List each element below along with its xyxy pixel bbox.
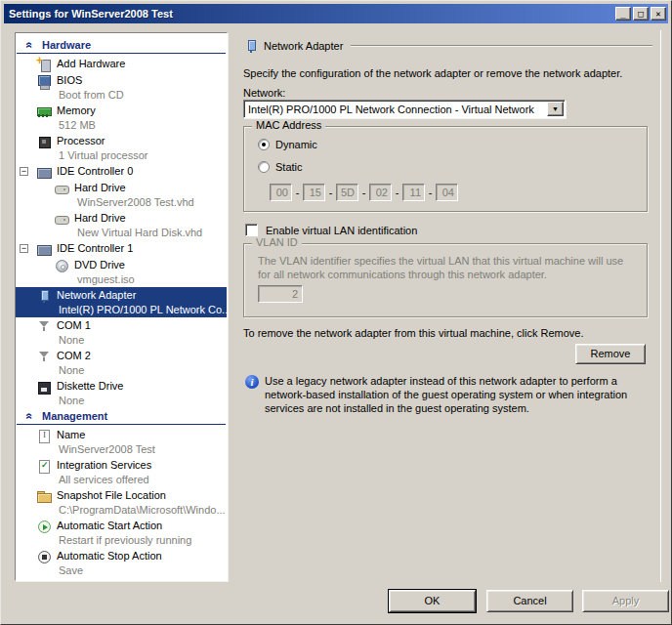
titlebar[interactable]: Settings for WinServer2008 Test _ □ ✕ [4, 4, 668, 23]
ide-controller-icon [36, 164, 52, 180]
dvd-drive-icon [54, 258, 69, 273]
item-sublabel: None [16, 334, 227, 348]
sidebar-item-ide-controller-1[interactable]: −IDE Controller 1 [16, 240, 227, 257]
sidebar-item-hard-drive[interactable]: Hard DriveWinServer2008 Test.vhd [16, 180, 227, 210]
item-sublabel: 512 MB [16, 119, 227, 133]
memory-icon [36, 104, 52, 119]
item-label: DVD Drive [74, 258, 125, 272]
mac-separator: - [358, 187, 369, 198]
item-label: Automatic Stop Action [57, 549, 162, 563]
window-title: Settings for WinServer2008 Test [9, 8, 613, 20]
integration-services-icon [36, 458, 52, 474]
section-header-hardware[interactable]: «Hardware [17, 37, 226, 54]
sidebar-item-ide-controller-0[interactable]: −IDE Controller 0 [16, 163, 227, 180]
ide-controller-icon [36, 241, 52, 257]
sidebar-item-network-adapter[interactable]: Network AdapterIntel(R) PRO/1000 PL Netw… [16, 287, 227, 317]
item-sublabel: WinServer2008 Test [16, 443, 227, 457]
main-panel: Network Adapter Specify the configuratio… [235, 30, 661, 582]
ok-button[interactable]: OK [389, 590, 476, 612]
vlan-checkbox-label: Enable virtual LAN identification [266, 225, 417, 236]
item-label: Automatic Start Action [57, 519, 162, 533]
dynamic-radio[interactable] [258, 139, 270, 150]
name-icon [36, 428, 52, 443]
item-label: Integration Services [57, 458, 151, 473]
mac-address-group-label: MAC Address [252, 119, 325, 131]
chevron-down-icon[interactable]: ▼ [547, 102, 564, 116]
vlan-checkbox[interactable] [245, 224, 258, 236]
collapse-toggle-icon[interactable]: − [20, 167, 28, 176]
item-label: Memory [57, 104, 96, 118]
sidebar-item-dvd-drive[interactable]: DVD Drivevmguest.iso [16, 257, 227, 287]
item-label: COM 1 [57, 318, 91, 333]
item-label: Hard Drive [74, 211, 126, 226]
sidebar-item-snapshot-file-location[interactable]: Snapshot File LocationC:\ProgramData\Mic… [16, 487, 227, 518]
hard-drive-icon [54, 211, 69, 227]
sidebar-item-name[interactable]: NameWinServer2008 Test [16, 427, 227, 457]
info-text: Use a legacy network adapter instead of … [265, 374, 649, 415]
sidebar-item-diskette-drive[interactable]: Diskette DriveNone [16, 378, 227, 408]
item-label: Name [57, 428, 85, 442]
vlan-checkbox-row[interactable]: Enable virtual LAN identification [245, 224, 417, 236]
sidebar-item-add-hardware[interactable]: Add Hardware [16, 56, 227, 72]
sidebar-item-bios[interactable]: BIOSBoot from CD [16, 72, 227, 103]
add-hardware-icon [36, 57, 52, 72]
hard-drive-icon [54, 181, 69, 196]
item-sublabel: 1 Virtual processor [16, 149, 227, 163]
mac-octet-4: 02 [369, 184, 392, 201]
item-sublabel: None [16, 395, 227, 408]
static-radio-row[interactable]: Static [258, 161, 303, 173]
mac-octet-5: 11 [402, 184, 425, 201]
vlan-id-group: VLAN ID The VLAN identifier specifies th… [243, 243, 648, 317]
item-sublabel: All services offered [16, 474, 227, 487]
mac-address-group: MAC Address Dynamic Static 00 - 15 - 5D … [243, 126, 648, 212]
sidebar-item-com-1[interactable]: COM 1None [16, 317, 227, 348]
sidebar-item-integration-services[interactable]: Integration ServicesAll services offered [16, 457, 227, 487]
maximize-button[interactable]: □ [633, 7, 649, 21]
item-label: IDE Controller 0 [57, 164, 133, 179]
item-sublabel: Intel(R) PRO/1000 PL Network Co... [16, 304, 227, 317]
item-label: Hard Drive [74, 181, 126, 195]
sidebar-item-hard-drive[interactable]: Hard DriveNew Virtual Hard Disk.vhd [16, 210, 227, 240]
sidebar-item-automatic-start-action[interactable]: Automatic Start ActionRestart if previou… [16, 518, 227, 548]
com-icon [36, 318, 52, 334]
info-row: i Use a legacy network adapter instead o… [245, 374, 649, 415]
auto-start-icon [36, 519, 52, 534]
item-label: Snapshot File Location [57, 488, 166, 503]
info-icon: i [245, 375, 259, 389]
static-radio[interactable] [258, 161, 270, 173]
close-button[interactable]: ✕ [651, 7, 666, 21]
item-label: BIOS [57, 73, 82, 88]
section-label: Management [42, 410, 107, 422]
panel-description: Specify the configuration of the network… [243, 67, 651, 79]
vlan-description: The VLAN identifier specifies the virtua… [258, 254, 635, 281]
com-icon [36, 349, 52, 364]
remove-button[interactable]: Remove [575, 344, 646, 364]
minimize-button[interactable]: _ [615, 7, 631, 21]
item-sublabel: Boot from CD [16, 89, 227, 103]
collapse-toggle-icon[interactable]: − [20, 244, 28, 253]
item-sublabel: vmguest.iso [16, 273, 227, 287]
network-dropdown[interactable]: Intel(R) PRO/1000 PL Network Connection … [243, 100, 566, 118]
item-sublabel: C:\ProgramData\Microsoft\Windo... [16, 504, 227, 518]
section-header-management[interactable]: «Management [17, 408, 226, 425]
mac-octet-2: 15 [303, 184, 325, 201]
sidebar-item-com-2[interactable]: COM 2None [16, 348, 227, 378]
chevron-up-icon: « [22, 38, 36, 52]
sidebar-item-processor[interactable]: Processor1 Virtual processor [16, 133, 227, 163]
item-sublabel: WinServer2008 Test.vhd [16, 196, 227, 210]
mac-separator: - [425, 187, 436, 198]
item-label: Diskette Drive [57, 379, 123, 394]
item-sublabel: Restart if previously running [16, 534, 227, 548]
network-label: Network: [243, 87, 285, 99]
bios-icon [36, 73, 52, 89]
dynamic-radio-label: Dynamic [275, 139, 317, 150]
sidebar-item-memory[interactable]: Memory512 MB [16, 103, 227, 133]
sidebar-item-automatic-stop-action[interactable]: Automatic Stop ActionSave [16, 548, 227, 578]
apply-button[interactable]: Apply [582, 590, 669, 612]
cancel-button[interactable]: Cancel [486, 590, 573, 612]
mac-octets: 00 - 15 - 5D - 02 - 11 - 04 [270, 184, 458, 201]
diskette-icon [36, 379, 52, 395]
network-dropdown-value: Intel(R) PRO/1000 PL Network Connection … [244, 104, 547, 115]
dynamic-radio-row[interactable]: Dynamic [258, 139, 317, 150]
panel-header: Network Adapter [243, 38, 652, 54]
